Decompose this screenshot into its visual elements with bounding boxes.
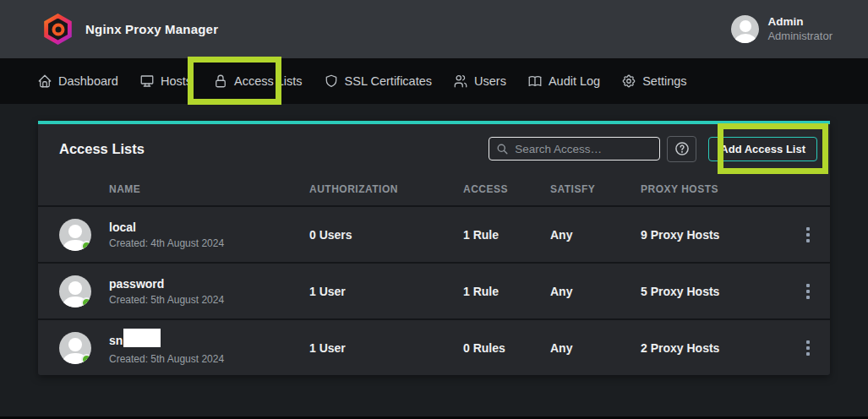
authorization-value: 1 User bbox=[309, 341, 463, 355]
row-menu-kebab-icon[interactable] bbox=[801, 224, 815, 246]
table-header: NAME AUTHORIZATION ACCESS SATISFY PROXY … bbox=[38, 173, 830, 205]
nav-item-audit-log[interactable]: Audit Log bbox=[527, 73, 600, 89]
satisfy-value: Any bbox=[550, 228, 641, 242]
user-role: Administrator bbox=[767, 30, 833, 43]
access-value: 0 Rules bbox=[463, 341, 550, 355]
content-area: Access Lists Add Access List NAME AUTHOR… bbox=[0, 104, 868, 375]
access-value: 1 Rule bbox=[463, 228, 550, 242]
user-name: Admin bbox=[767, 15, 833, 30]
table-row[interactable]: password Created: 5th August 2024 1 User… bbox=[38, 262, 830, 318]
nav-label: Settings bbox=[642, 74, 686, 88]
nav-label: Audit Log bbox=[549, 74, 600, 88]
status-dot bbox=[81, 241, 91, 251]
row-menu-kebab-icon[interactable] bbox=[801, 280, 815, 302]
gear-icon bbox=[621, 73, 636, 89]
nav-label: Dashboard bbox=[58, 74, 118, 88]
nav-label: Access Lists bbox=[234, 74, 303, 88]
shield-icon bbox=[324, 73, 339, 89]
authorization-value: 1 User bbox=[309, 285, 463, 298]
nav-item-access-lists[interactable]: Access Lists bbox=[213, 73, 303, 89]
access-list-name: sn bbox=[109, 334, 123, 347]
add-access-list-button[interactable]: Add Access List bbox=[708, 137, 817, 161]
proxy-hosts-value: 9 Proxy Hosts bbox=[641, 228, 801, 242]
status-dot bbox=[81, 297, 91, 307]
column-header-satisfy: SATISFY bbox=[550, 183, 641, 195]
home-icon bbox=[37, 73, 52, 89]
column-header-authorization: AUTHORIZATION bbox=[309, 183, 463, 195]
row-menu-kebab-icon[interactable] bbox=[801, 337, 815, 359]
search-icon bbox=[496, 143, 509, 155]
lock-icon bbox=[213, 73, 228, 89]
created-date: Created: 5th August 2024 bbox=[109, 353, 309, 365]
created-date: Created: 5th August 2024 bbox=[109, 294, 309, 306]
redaction-box bbox=[123, 329, 161, 347]
page-title: Access Lists bbox=[59, 141, 145, 157]
help-button[interactable] bbox=[667, 136, 696, 162]
nav-label: Users bbox=[474, 74, 506, 88]
nav-item-dashboard[interactable]: Dashboard bbox=[37, 73, 118, 89]
created-date: Created: 4th August 2024 bbox=[109, 237, 309, 249]
proxy-hosts-value: 5 Proxy Hosts bbox=[641, 285, 801, 298]
app-logo-icon bbox=[42, 14, 74, 45]
nav-item-users[interactable]: Users bbox=[453, 73, 506, 89]
avatar bbox=[59, 275, 91, 307]
column-header-name: NAME bbox=[109, 183, 309, 195]
avatar-person-icon bbox=[740, 20, 751, 32]
nav-label: SSL Certificates bbox=[345, 74, 432, 88]
avatar bbox=[59, 332, 91, 364]
access-list-name: local bbox=[109, 220, 136, 234]
help-icon bbox=[674, 140, 691, 157]
status-dot bbox=[81, 354, 91, 364]
satisfy-value: Any bbox=[550, 341, 641, 355]
table-row[interactable]: sn Created: 5th August 2024 1 User 0 Rul… bbox=[38, 318, 830, 375]
users-icon bbox=[453, 73, 468, 89]
access-value: 1 Rule bbox=[463, 285, 550, 298]
search-input[interactable] bbox=[515, 143, 652, 155]
nav-item-settings[interactable]: Settings bbox=[621, 73, 686, 89]
logo-ring bbox=[52, 23, 64, 35]
authorization-value: 0 Users bbox=[309, 228, 463, 242]
main-nav: Dashboard Hosts Access Lists SSL Certifi… bbox=[0, 58, 868, 104]
access-lists-panel: Access Lists Add Access List NAME AUTHOR… bbox=[38, 121, 830, 375]
user-menu[interactable]: Admin Administrator bbox=[731, 15, 833, 43]
table-row[interactable]: local Created: 4th August 2024 0 Users 1… bbox=[38, 205, 830, 262]
proxy-hosts-value: 2 Proxy Hosts bbox=[641, 341, 801, 355]
access-list-name: password bbox=[109, 277, 164, 291]
search-box[interactable] bbox=[489, 137, 660, 161]
avatar bbox=[59, 219, 91, 251]
satisfy-value: Any bbox=[550, 285, 641, 298]
nav-item-ssl-certificates[interactable]: SSL Certificates bbox=[324, 73, 432, 89]
top-bar: Nginx Proxy Manager Admin Administrator bbox=[0, 0, 868, 58]
monitor-icon bbox=[139, 73, 155, 89]
user-avatar bbox=[731, 15, 759, 43]
column-header-access: ACCESS bbox=[463, 183, 550, 195]
book-icon bbox=[527, 73, 543, 89]
nav-label: Hosts bbox=[161, 74, 192, 88]
app-title: Nginx Proxy Manager bbox=[85, 22, 218, 36]
column-header-proxy-hosts: PROXY HOSTS bbox=[641, 183, 801, 195]
nav-item-hosts[interactable]: Hosts bbox=[139, 73, 192, 89]
